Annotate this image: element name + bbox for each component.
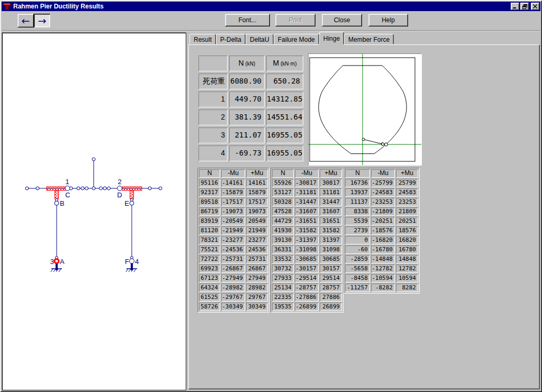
summary-n-value: 381.39 [229, 110, 265, 125]
neg-mu-value: -29514 [295, 274, 319, 282]
pos-mu-value: 31098 [320, 245, 342, 254]
back-button[interactable]: ← [17, 14, 34, 28]
neg-mu-value: -24583 [371, 188, 395, 197]
load-path-point [362, 138, 365, 141]
n-value: -2859 [345, 255, 370, 263]
capacity-table-1: N-Mu+Mu95116-141611416192317-15879158798… [197, 168, 269, 313]
label-hinge-4: 4 [135, 258, 139, 266]
mu-column-header: +Mu [246, 169, 268, 178]
neg-mu-value: -31098 [295, 245, 319, 254]
pos-mu-value: 27949 [246, 274, 268, 282]
pos-mu-value: 12782 [396, 265, 418, 273]
app-window: Rahmen Pier Ductility Results ← → Font..… [0, 0, 542, 392]
summary-n-value: -69.73 [229, 145, 265, 161]
help-button[interactable]: Help [368, 14, 408, 26]
neg-mu-value: -31582 [295, 226, 319, 235]
pos-mu-value: 28757 [320, 284, 342, 292]
capacity-table-2: N-Mu+Mu55926-308173081753127-31181311815… [270, 168, 344, 313]
nm-interaction-chart [309, 54, 421, 165]
n-value: 5539 [345, 217, 370, 225]
hinge-tab-page: N (kN)M (kN·m)死荷重6080.90650.281449.70143… [188, 44, 540, 389]
hinge-summary-table: N (kN)M (kN·m)死荷重6080.90650.281449.70143… [198, 56, 303, 161]
pos-mu-value: 10594 [396, 274, 418, 282]
label-node-D: D [117, 191, 122, 199]
n-value: 67123 [199, 274, 220, 282]
n-value: 61525 [199, 293, 220, 302]
pos-mu-value: 31651 [320, 217, 342, 225]
n-value: 58726 [199, 303, 220, 311]
tab-hinge[interactable]: Hinge [319, 32, 344, 44]
capacity-table-3: N-Mu+Mu16736-257992579913937-24583245831… [344, 168, 420, 294]
n-value: 8338 [345, 207, 370, 216]
neg-mu-value: -30817 [295, 179, 319, 187]
neg-mu-value: -30685 [295, 255, 319, 263]
print-button[interactable]: Print [275, 14, 315, 26]
summary-n-value: 211.07 [229, 127, 265, 143]
neg-mu-value: -26867 [221, 265, 245, 273]
restore-button[interactable] [520, 3, 529, 10]
neg-mu-value: -23253 [371, 198, 395, 206]
summary-row-label: 1 [198, 92, 228, 107]
neg-mu-value: -30157 [295, 265, 319, 273]
pos-mu-value: 28982 [246, 284, 268, 292]
n-value: 50328 [272, 198, 294, 206]
neg-mu-value: -31397 [295, 236, 319, 244]
neg-mu-value: -14848 [371, 255, 395, 263]
title-bar: Rahmen Pier Ductility Results [2, 2, 540, 11]
n-value: 69923 [199, 265, 220, 273]
pos-mu-value: 31582 [320, 226, 342, 235]
pos-mu-value: 24583 [396, 188, 418, 197]
neg-mu-value: -26899 [295, 303, 319, 311]
pos-mu-value: 30685 [320, 255, 342, 263]
tab-failure-mode[interactable]: Failure Mode [274, 34, 319, 44]
neg-mu-value: -31651 [295, 217, 319, 225]
font-button[interactable]: Font... [225, 14, 270, 26]
tab-p-delta[interactable]: P-Delta [216, 34, 246, 44]
hinge-zone-left [47, 187, 66, 199]
neg-mu-value: -20549 [221, 217, 245, 225]
minimize-icon [513, 4, 517, 8]
n-value: 2739 [345, 226, 370, 235]
minimize-button[interactable] [511, 3, 519, 10]
summary-column-header: M (kN·m) [266, 56, 303, 71]
summary-n-value: 449.70 [229, 92, 265, 107]
pos-mu-value: 15879 [246, 188, 268, 197]
n-value: 16736 [345, 179, 370, 187]
mu-column-header: N [199, 169, 220, 178]
neg-mu-value: -14161 [221, 179, 245, 187]
tab-deltau[interactable]: DeltaU [246, 34, 274, 44]
neg-mu-value: -12782 [371, 265, 395, 273]
mu-column-header: N [345, 169, 370, 178]
n-value: -60 [345, 245, 370, 254]
n-value: 27933 [272, 274, 294, 282]
pos-mu-value: 27886 [320, 293, 342, 302]
label-node-E: E [124, 199, 129, 207]
close-button[interactable] [531, 3, 539, 10]
n-value: -5658 [345, 265, 370, 273]
pos-mu-value: 29767 [246, 293, 268, 302]
n-value: 19535 [272, 303, 294, 311]
neg-mu-value: -19073 [221, 207, 245, 216]
neg-mu-value: -29767 [221, 293, 245, 302]
pos-mu-value: 31607 [320, 207, 342, 216]
close-dialog-button[interactable]: Close [322, 14, 362, 26]
pos-mu-value: 21809 [396, 207, 418, 216]
n-value: 92317 [199, 188, 220, 197]
forward-button[interactable]: → [34, 14, 50, 28]
n-value: 13937 [345, 188, 370, 197]
summary-row-label: 4 [198, 145, 228, 161]
close-icon [533, 4, 537, 8]
pos-mu-value: 18576 [396, 226, 418, 235]
tab-member-force[interactable]: Member Force [344, 34, 394, 44]
label-node-F: F [125, 258, 129, 266]
formed-hinge-node-A [55, 259, 59, 263]
pos-mu-value: 16780 [396, 245, 418, 254]
load-path-point [385, 143, 388, 146]
tab-result[interactable]: Result [189, 34, 216, 44]
pos-mu-value: 14161 [246, 179, 268, 187]
mu-column-header: +Mu [320, 169, 342, 178]
pos-mu-value: 31447 [320, 198, 342, 206]
pos-mu-value: 19073 [246, 207, 268, 216]
mu-column-header: -Mu [371, 169, 395, 178]
neg-mu-value: -17517 [221, 198, 245, 206]
